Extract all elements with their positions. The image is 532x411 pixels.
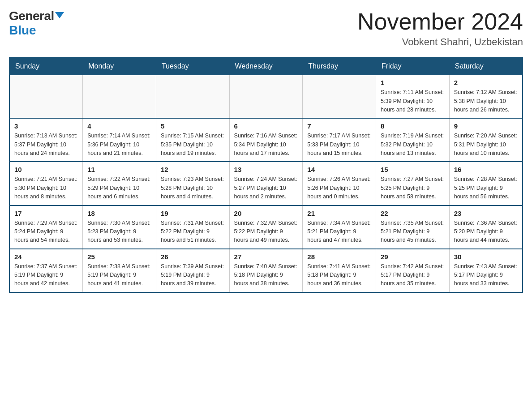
calendar-cell: 18Sunrise: 7:30 AM Sunset: 5:23 PM Dayli… — [83, 206, 156, 249]
calendar-cell: 2Sunrise: 7:12 AM Sunset: 5:38 PM Daylig… — [449, 75, 523, 119]
calendar-cell — [83, 75, 156, 119]
day-info: Sunrise: 7:38 AM Sunset: 5:19 PM Dayligh… — [87, 262, 151, 288]
day-number: 3 — [14, 122, 78, 130]
calendar-cell: 7Sunrise: 7:17 AM Sunset: 5:33 PM Daylig… — [303, 118, 376, 162]
day-number: 14 — [307, 166, 371, 173]
calendar-cell: 25Sunrise: 7:38 AM Sunset: 5:19 PM Dayli… — [83, 249, 156, 292]
calendar-cell: 4Sunrise: 7:14 AM Sunset: 5:36 PM Daylig… — [83, 118, 156, 162]
day-info: Sunrise: 7:21 AM Sunset: 5:30 PM Dayligh… — [14, 175, 78, 201]
page-header: General Blue November 2024 Vobkent Shahr… — [9, 9, 523, 48]
calendar-cell: 10Sunrise: 7:21 AM Sunset: 5:30 PM Dayli… — [9, 162, 83, 205]
day-info: Sunrise: 7:37 AM Sunset: 5:19 PM Dayligh… — [14, 262, 78, 288]
calendar-cell: 26Sunrise: 7:39 AM Sunset: 5:19 PM Dayli… — [156, 249, 229, 292]
logo-triangle-icon — [55, 12, 64, 18]
weekday-header-monday: Monday — [83, 57, 156, 75]
day-info: Sunrise: 7:28 AM Sunset: 5:25 PM Dayligh… — [454, 175, 518, 201]
day-number: 12 — [161, 166, 225, 173]
day-number: 28 — [307, 253, 371, 261]
day-number: 4 — [87, 122, 151, 130]
weekday-header-row: SundayMondayTuesdayWednesdayThursdayFrid… — [9, 57, 523, 75]
day-info: Sunrise: 7:13 AM Sunset: 5:37 PM Dayligh… — [14, 132, 78, 158]
calendar-cell: 19Sunrise: 7:31 AM Sunset: 5:22 PM Dayli… — [156, 206, 229, 249]
calendar-cell: 27Sunrise: 7:40 AM Sunset: 5:18 PM Dayli… — [229, 249, 303, 292]
weekday-header-thursday: Thursday — [303, 57, 376, 75]
day-number: 5 — [161, 122, 225, 130]
week-row-5: 24Sunrise: 7:37 AM Sunset: 5:19 PM Dayli… — [9, 249, 523, 292]
calendar-cell: 21Sunrise: 7:34 AM Sunset: 5:21 PM Dayli… — [303, 206, 376, 249]
day-info: Sunrise: 7:39 AM Sunset: 5:19 PM Dayligh… — [161, 262, 225, 288]
calendar-cell: 20Sunrise: 7:32 AM Sunset: 5:22 PM Dayli… — [229, 206, 303, 249]
day-info: Sunrise: 7:22 AM Sunset: 5:29 PM Dayligh… — [87, 175, 151, 201]
day-number: 17 — [14, 210, 78, 217]
calendar-cell: 12Sunrise: 7:23 AM Sunset: 5:28 PM Dayli… — [156, 162, 229, 205]
day-info: Sunrise: 7:31 AM Sunset: 5:22 PM Dayligh… — [161, 219, 225, 245]
calendar-cell — [229, 75, 303, 119]
week-row-3: 10Sunrise: 7:21 AM Sunset: 5:30 PM Dayli… — [9, 162, 523, 205]
day-number: 22 — [381, 210, 445, 217]
day-number: 16 — [454, 166, 518, 173]
calendar-cell: 13Sunrise: 7:24 AM Sunset: 5:27 PM Dayli… — [229, 162, 303, 205]
day-number: 1 — [381, 79, 445, 86]
day-info: Sunrise: 7:14 AM Sunset: 5:36 PM Dayligh… — [87, 132, 151, 158]
day-number: 2 — [454, 79, 518, 86]
day-number: 21 — [307, 210, 371, 217]
day-number: 15 — [381, 166, 445, 173]
day-info: Sunrise: 7:16 AM Sunset: 5:34 PM Dayligh… — [234, 132, 298, 158]
day-info: Sunrise: 7:15 AM Sunset: 5:35 PM Dayligh… — [161, 132, 225, 158]
day-number: 10 — [14, 166, 78, 173]
day-info: Sunrise: 7:26 AM Sunset: 5:26 PM Dayligh… — [307, 175, 371, 201]
calendar-cell: 15Sunrise: 7:27 AM Sunset: 5:25 PM Dayli… — [376, 162, 450, 205]
day-number: 27 — [234, 253, 298, 261]
day-info: Sunrise: 7:43 AM Sunset: 5:17 PM Dayligh… — [454, 262, 518, 288]
calendar-table: SundayMondayTuesdayWednesdayThursdayFrid… — [9, 57, 523, 293]
day-number: 23 — [454, 210, 518, 217]
month-title: November 2024 — [357, 9, 523, 34]
day-info: Sunrise: 7:23 AM Sunset: 5:28 PM Dayligh… — [161, 175, 225, 201]
calendar-cell: 8Sunrise: 7:19 AM Sunset: 5:32 PM Daylig… — [376, 118, 450, 162]
calendar-cell — [156, 75, 229, 119]
calendar-cell: 5Sunrise: 7:15 AM Sunset: 5:35 PM Daylig… — [156, 118, 229, 162]
day-info: Sunrise: 7:30 AM Sunset: 5:23 PM Dayligh… — [87, 219, 151, 245]
weekday-header-wednesday: Wednesday — [229, 57, 303, 75]
day-info: Sunrise: 7:42 AM Sunset: 5:17 PM Dayligh… — [381, 262, 445, 288]
day-info: Sunrise: 7:29 AM Sunset: 5:24 PM Dayligh… — [14, 219, 78, 245]
location-title: Vobkent Shahri, Uzbekistan — [357, 36, 523, 48]
calendar-cell: 22Sunrise: 7:35 AM Sunset: 5:21 PM Dayli… — [376, 206, 450, 249]
day-number: 29 — [381, 253, 445, 261]
logo-general-text: General — [9, 9, 54, 23]
logo-blue-text: Blue — [9, 23, 36, 38]
calendar-cell: 9Sunrise: 7:20 AM Sunset: 5:31 PM Daylig… — [449, 118, 523, 162]
day-number: 18 — [87, 210, 151, 217]
day-number: 30 — [454, 253, 518, 261]
day-number: 8 — [381, 122, 445, 130]
week-row-4: 17Sunrise: 7:29 AM Sunset: 5:24 PM Dayli… — [9, 206, 523, 249]
day-info: Sunrise: 7:35 AM Sunset: 5:21 PM Dayligh… — [381, 219, 445, 245]
day-info: Sunrise: 7:19 AM Sunset: 5:32 PM Dayligh… — [381, 132, 445, 158]
calendar-cell: 17Sunrise: 7:29 AM Sunset: 5:24 PM Dayli… — [9, 206, 83, 249]
day-info: Sunrise: 7:27 AM Sunset: 5:25 PM Dayligh… — [381, 175, 445, 201]
calendar-cell — [9, 75, 83, 119]
day-info: Sunrise: 7:12 AM Sunset: 5:38 PM Dayligh… — [454, 88, 518, 114]
title-section: November 2024 Vobkent Shahri, Uzbekistan — [357, 9, 523, 48]
day-info: Sunrise: 7:32 AM Sunset: 5:22 PM Dayligh… — [234, 219, 298, 245]
calendar-cell: 1Sunrise: 7:11 AM Sunset: 5:39 PM Daylig… — [376, 75, 450, 119]
calendar-cell: 24Sunrise: 7:37 AM Sunset: 5:19 PM Dayli… — [9, 249, 83, 292]
day-info: Sunrise: 7:24 AM Sunset: 5:27 PM Dayligh… — [234, 175, 298, 201]
day-info: Sunrise: 7:20 AM Sunset: 5:31 PM Dayligh… — [454, 132, 518, 158]
weekday-header-friday: Friday — [376, 57, 450, 75]
day-info: Sunrise: 7:40 AM Sunset: 5:18 PM Dayligh… — [234, 262, 298, 288]
day-info: Sunrise: 7:41 AM Sunset: 5:18 PM Dayligh… — [307, 262, 371, 288]
day-number: 9 — [454, 122, 518, 130]
calendar-cell: 3Sunrise: 7:13 AM Sunset: 5:37 PM Daylig… — [9, 118, 83, 162]
logo: General Blue — [9, 9, 64, 38]
calendar-cell: 11Sunrise: 7:22 AM Sunset: 5:29 PM Dayli… — [83, 162, 156, 205]
day-number: 7 — [307, 122, 371, 130]
calendar-cell: 30Sunrise: 7:43 AM Sunset: 5:17 PM Dayli… — [449, 249, 523, 292]
calendar-cell: 28Sunrise: 7:41 AM Sunset: 5:18 PM Dayli… — [303, 249, 376, 292]
calendar-cell — [303, 75, 376, 119]
week-row-1: 1Sunrise: 7:11 AM Sunset: 5:39 PM Daylig… — [9, 75, 523, 119]
day-number: 26 — [161, 253, 225, 261]
day-number: 25 — [87, 253, 151, 261]
day-number: 20 — [234, 210, 298, 217]
day-number: 19 — [161, 210, 225, 217]
